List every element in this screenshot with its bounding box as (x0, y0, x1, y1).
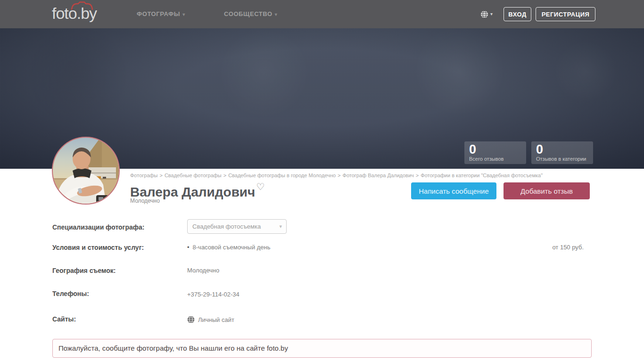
terms-price: от 150 руб. (552, 244, 584, 251)
specialization-select[interactable]: Свадебная фотосъемка ▾ (187, 219, 287, 234)
breadcrumb-separator: > (416, 173, 419, 178)
terms-item: •8-часовой съемочный день (187, 244, 271, 251)
nav-item-community[interactable]: СООБЩЕСТВО▾ (224, 0, 277, 28)
chevron-down-icon: ▾ (279, 220, 282, 233)
review-stats: 0 Всего отзывов 0 Отзывов в категории (464, 141, 593, 164)
globe-icon (480, 10, 488, 18)
specializations-label: Специализации фотографа: (52, 223, 144, 231)
personal-site-link[interactable]: Личный сайт (187, 316, 234, 323)
stat-label: Всего отзывов (469, 156, 521, 162)
phone-number: +375-29-114-02-34 (187, 291, 239, 298)
breadcrumb-separator: > (159, 173, 162, 178)
breadcrumb-item[interactable]: Свадебные фотографы (165, 173, 222, 178)
stat-category-reviews: 0 Отзывов в категории (531, 141, 593, 164)
specialization-selected-value: Свадебная фотосъемка (192, 223, 261, 230)
stat-value: 0 (536, 143, 588, 156)
breadcrumb-item[interactable]: Фотограф Валера Далидович (343, 173, 414, 178)
navbar: foto.by ФОТОГРАФЫ▾ СООБЩЕСТВО▾ ▾ ВХОД РЕ… (0, 0, 644, 28)
terms-label: Условия и стоимость услуг: (52, 244, 144, 251)
send-message-button[interactable]: Написать сообщение (411, 182, 496, 199)
logo[interactable]: foto.by (52, 4, 97, 24)
register-button[interactable]: РЕГИСТРАЦИЯ (536, 7, 595, 21)
stat-total-reviews: 0 Всего отзывов (464, 141, 526, 164)
terms-item-text: 8-часовой съемочный день (193, 244, 271, 251)
breadcrumb-separator: > (223, 173, 226, 178)
chevron-down-icon: ▾ (182, 12, 185, 17)
nav-item-photographers[interactable]: ФОТОГРАФЫ▾ (137, 0, 185, 28)
breadcrumb-separator: > (338, 173, 340, 178)
breadcrumb-item[interactable]: Фотографии в категории "Свадебная фотосъ… (421, 173, 543, 178)
add-review-button[interactable]: Добавить отзыв (504, 182, 590, 199)
favorite-heart-icon[interactable]: ♡ (256, 181, 264, 192)
phones-label: Телефоны: (52, 290, 89, 297)
nav-item-label: ФОТОГРАФЫ (137, 10, 180, 17)
photographer-city: Молодечно (130, 197, 160, 204)
notice-banner: Пожалуйста, сообщите фотографу, что Вы н… (52, 339, 592, 358)
breadcrumb: Фотографы>Свадебные фотографы>Свадебные … (130, 173, 592, 178)
language-selector[interactable]: ▾ (480, 0, 493, 28)
chevron-down-icon: ▾ (490, 11, 493, 16)
avatar-photo (53, 138, 119, 204)
breadcrumb-item[interactable]: Фотографы (130, 173, 157, 178)
breadcrumb-item[interactable]: Свадебные фотографы в городе Молодечно (228, 173, 336, 178)
personal-site-label: Личный сайт (198, 316, 234, 323)
nav-item-label: СООБЩЕСТВО (224, 10, 272, 17)
stat-label: Отзывов в категории (536, 156, 588, 162)
chevron-down-icon: ▾ (275, 12, 278, 17)
login-button[interactable]: ВХОД (504, 7, 531, 21)
page: foto.by ФОТОГРАФЫ▾ СООБЩЕСТВО▾ ▾ ВХОД РЕ… (0, 0, 644, 362)
globe-icon (187, 316, 195, 323)
geography-value: Молодечно (187, 267, 219, 274)
geography-label: География съемок: (52, 267, 116, 274)
avatar[interactable] (52, 137, 120, 205)
camera-icon (71, 1, 93, 10)
stat-value: 0 (469, 143, 521, 156)
bullet-icon: • (187, 244, 190, 251)
page-title: Валера Далидович♡ (130, 181, 264, 200)
sites-label: Сайты: (52, 315, 76, 323)
